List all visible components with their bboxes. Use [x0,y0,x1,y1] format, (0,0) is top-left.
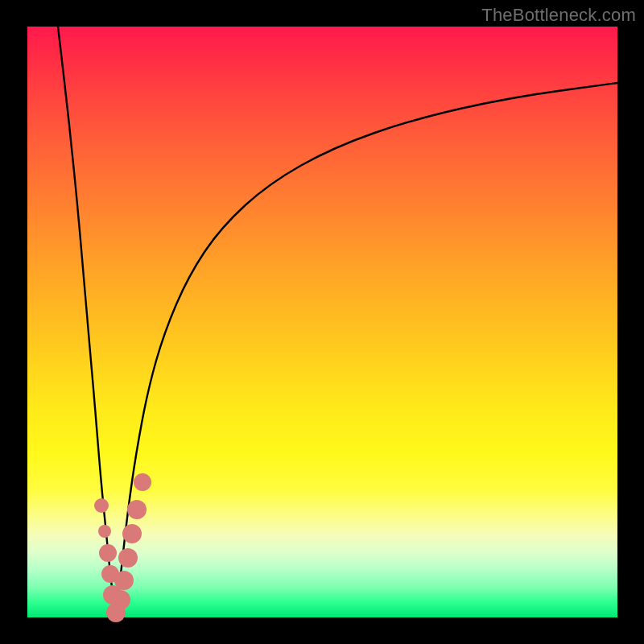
dip-marker [99,544,117,562]
plot-svg [27,27,617,617]
dip-marker [114,571,134,590]
dip-marker [127,500,147,519]
dip-marker [98,525,111,538]
watermark-text: TheBottleneck.com [481,5,636,26]
dip-marker [111,590,130,609]
curve-right-branch [116,83,617,617]
plot-area [27,27,617,617]
dip-marker [134,473,151,491]
dip-marker [118,548,138,568]
chart-frame: TheBottleneck.com [0,0,644,644]
dip-marker [122,524,142,543]
dip-marker [94,498,109,513]
